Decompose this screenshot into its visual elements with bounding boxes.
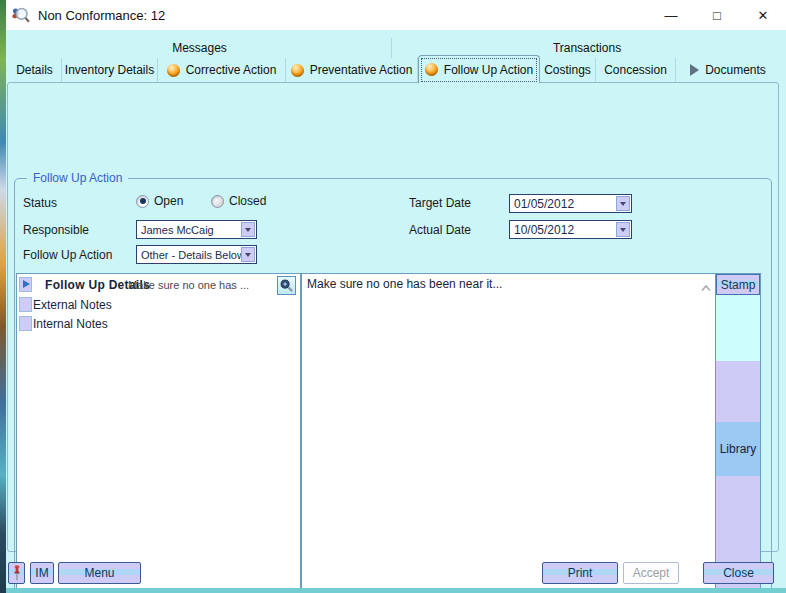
editor-side-panel: Stamp Library <box>715 274 760 593</box>
play-arrow-icon <box>690 64 699 76</box>
groupbox-label: Follow Up Action <box>27 171 128 185</box>
radio-selected-icon <box>136 195 149 208</box>
status-closed-radio[interactable]: Closed <box>211 194 266 208</box>
list-item-internal-notes[interactable]: Internal Notes <box>17 315 300 333</box>
tab-costings[interactable]: Costings <box>540 58 596 82</box>
radio-label: Open <box>154 194 183 208</box>
library-button[interactable]: Library <box>716 422 760 476</box>
tab-label: Inventory Details <box>65 63 154 77</box>
minimize-button[interactable]: — <box>648 0 694 30</box>
orange-ball-icon <box>167 64 180 77</box>
chevron-down-icon[interactable] <box>616 196 630 211</box>
app-window: Non Conformance: 12 — □ ✕ Messages Trans… <box>6 0 786 593</box>
tab-label: Concession <box>604 63 667 77</box>
follow-up-action-page: Follow Up Action Status Open Closed Resp… <box>7 82 779 552</box>
responsible-value: James McCaig <box>137 224 241 236</box>
list-item-external-notes[interactable]: External Notes <box>17 296 300 314</box>
stamp-button[interactable]: Stamp <box>716 274 760 295</box>
side-panel-segment <box>716 295 760 361</box>
tab-label: Details <box>16 63 53 77</box>
chevron-down-icon[interactable] <box>616 222 630 237</box>
title-bar: Non Conformance: 12 — □ ✕ <box>6 0 786 30</box>
radio-unselected-icon <box>211 195 224 208</box>
follow-up-action-label: Follow Up Action <box>23 248 112 262</box>
im-button[interactable]: IM <box>30 562 54 584</box>
note-text-editor[interactable]: Make sure no one has been near it... <box>302 274 715 593</box>
tab-label: Costings <box>544 63 591 77</box>
note-row-preview: Make sure no one has ... <box>128 279 249 291</box>
follow-up-action-value: Other - Details Below <box>137 249 241 261</box>
tab-group-messages[interactable]: Messages <box>8 38 392 58</box>
tab-label: Documents <box>705 63 766 77</box>
window-controls: — □ ✕ <box>648 0 786 30</box>
window-bottom-edge <box>6 588 786 593</box>
tab-details[interactable]: Details <box>8 58 62 82</box>
tab-label: Preventative Action <box>310 63 413 77</box>
row-selector-arrow-icon[interactable] <box>19 277 32 292</box>
chevron-down-icon[interactable] <box>241 222 255 237</box>
app-magnifier-icon <box>10 6 30 24</box>
note-text[interactable]: Make sure no one has been near it... <box>307 277 697 291</box>
responsible-dropdown[interactable]: James McCaig <box>136 220 257 239</box>
window-title: Non Conformance: 12 <box>38 8 165 23</box>
tab-group-row: Messages Transactions <box>8 38 782 58</box>
row-marker-cell[interactable] <box>19 297 32 312</box>
row-marker-cell[interactable] <box>19 316 32 331</box>
actual-date-label: Actual Date <box>409 223 471 237</box>
tab-preventative-action[interactable]: Preventative Action <box>286 58 418 82</box>
orange-ball-icon <box>291 64 304 77</box>
side-panel-segment <box>716 361 760 422</box>
follow-up-action-dropdown[interactable]: Other - Details Below <box>136 245 257 264</box>
accept-button[interactable]: Accept <box>623 562 679 584</box>
target-date-label: Target Date <box>409 196 471 210</box>
status-label: Status <box>23 196 57 210</box>
follow-up-action-groupbox: Follow Up Action Status Open Closed Resp… <box>14 178 772 593</box>
responsible-label: Responsible <box>23 223 89 237</box>
radio-label: Closed <box>229 194 266 208</box>
actual-date-picker[interactable]: 10/05/2012 <box>509 220 632 239</box>
tab-label: Follow Up Action <box>444 63 533 77</box>
print-button[interactable]: Print <box>542 562 618 584</box>
note-row-label: Internal Notes <box>33 317 108 331</box>
tab-inventory-details[interactable]: Inventory Details <box>62 58 158 82</box>
tab-documents[interactable]: Documents <box>676 58 780 82</box>
list-item-follow-up-details[interactable]: Follow Up Details Make sure no one has .… <box>17 276 300 294</box>
maximize-button[interactable]: □ <box>694 0 740 30</box>
tab-concession[interactable]: Concession <box>596 58 676 82</box>
close-button[interactable]: Close <box>703 562 774 584</box>
close-window-button[interactable]: ✕ <box>740 0 786 30</box>
target-date-value: 01/05/2012 <box>510 197 616 211</box>
notes-splitter: Follow Up Details Make sure no one has .… <box>16 273 761 593</box>
target-date-picker[interactable]: 01/05/2012 <box>509 194 632 213</box>
notes-list: Follow Up Details Make sure no one has .… <box>17 274 302 593</box>
screen: Non Conformance: 12 — □ ✕ Messages Trans… <box>0 0 786 593</box>
chevron-down-icon[interactable] <box>241 247 255 262</box>
note-row-label: External Notes <box>33 298 112 312</box>
pin-button[interactable] <box>8 562 25 584</box>
tab-label: Corrective Action <box>186 63 277 77</box>
scroll-up-icon[interactable] <box>700 278 712 286</box>
tab-follow-up-action[interactable]: Follow Up Action <box>418 55 540 83</box>
actual-date-value: 10/05/2012 <box>510 223 616 237</box>
status-open-radio[interactable]: Open <box>136 194 183 208</box>
zoom-magnifier-button[interactable] <box>277 276 296 295</box>
orange-ball-icon <box>425 63 438 76</box>
menu-button[interactable]: Menu <box>58 562 141 584</box>
tab-strip: Details Inventory Details Corrective Act… <box>8 58 780 82</box>
tab-corrective-action[interactable]: Corrective Action <box>158 58 286 82</box>
